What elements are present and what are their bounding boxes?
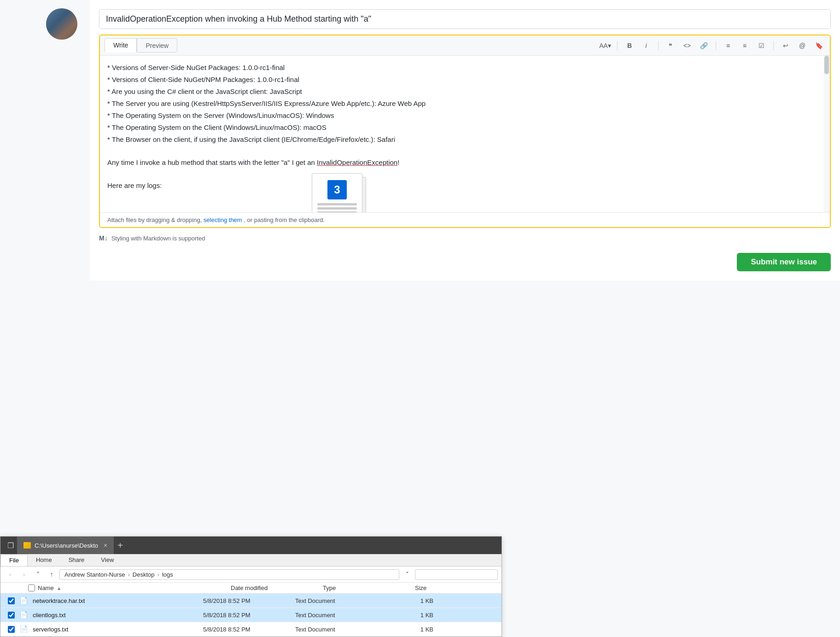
editor-tabs: Write Preview [105,38,177,53]
fe-row-checkbox-3[interactable] [8,626,15,633]
unordered-list-btn[interactable]: ≡ [722,39,735,52]
heading-toolbar-btn[interactable]: AA▾ [599,39,612,52]
fe-date-1: 5/8/2018 8:52 PM [203,597,295,604]
fe-ribbon-tab-view[interactable]: View [93,554,122,566]
toolbar-separator-2 [658,41,659,50]
editor-scrollbar-thumb [824,56,829,74]
col-header-type: Type [323,584,415,591]
editor-footer: Attach files by dragging & dropping, sel… [100,212,830,227]
reply-btn[interactable]: ↩ [779,39,792,52]
fe-date-2: 5/8/2018 8:52 PM [203,612,295,619]
fe-tab-label: C:\Users\anurse\Deskto [35,542,98,549]
fe-filename-1: networktrace.har.txt [33,597,85,604]
fe-breadcrumb: Andrew Stanton-Nurse › Desktop › logs [59,569,399,580]
content-body1: Any time I invoke a hub method that star… [107,157,816,168]
file-explorer: ❐ C:\Users\anurse\Deskto × + File Home S… [0,536,502,637]
reference-btn[interactable]: 🔖 [812,39,825,52]
fe-file-row-3[interactable]: 📄 serverlogs.txt 5/8/2018 8:52 PM Text D… [0,622,502,637]
col-header-name: Name [38,584,54,591]
fe-ribbon-tabs: File Home Share View [0,554,502,566]
fe-row-name-3: 📄 serverlogs.txt [0,625,203,633]
editor-tabs-toolbar: Write Preview AA▾ B i ❝ <> 🔗 ≡ ≡ ☑ ↩ @ 🔖 [100,35,830,56]
breadcrumb-item-1: Andrew Stanton-Nurse [64,571,125,578]
markdown-info: M↓ Styling with Markdown is supported [99,234,831,248]
quote-toolbar-btn[interactable]: ❝ [664,39,677,52]
markdown-label: Styling with Markdown is supported [111,235,205,242]
col-header-date: Date modified [231,584,323,591]
fe-nav-up-btn[interactable]: ↑ [46,568,58,580]
task-list-btn[interactable]: ☑ [755,39,768,52]
fe-file-row-2[interactable]: 📄 clientlogs.txt 5/8/2018 8:52 PM Text D… [0,608,502,622]
fe-file-icon-3: 📄 [19,625,28,633]
file-line-3 [317,211,357,212]
link-toolbar-btn[interactable]: 🔗 [697,39,710,52]
fe-size-1: 1 KB [387,597,443,604]
breadcrumb-item-2: Desktop [133,571,155,578]
italic-toolbar-btn[interactable]: i [640,39,653,52]
editor-body[interactable]: * Versions of Server-Side NuGet Packages… [100,56,830,212]
fe-active-tab[interactable]: C:\Users\anurse\Deskto × [17,537,114,554]
fe-filename-2: clientlogs.txt [33,612,66,619]
fe-filename-3: serverlogs.txt [33,626,68,633]
fe-date-3: 5/8/2018 8:52 PM [203,626,295,633]
fe-nav-back-btn[interactable]: ‹ [4,568,16,580]
fe-tab-copy-icon: ❐ [4,539,17,552]
fe-row-name-1: 📄 networktrace.har.txt [0,596,203,605]
github-issue-area: Write Preview AA▾ B i ❝ <> 🔗 ≡ ≡ ☑ ↩ @ 🔖 [90,0,840,281]
avatar [46,8,77,40]
file-icon-front: 3 [312,173,362,212]
fe-breadcrumb-dropdown-btn[interactable]: ˅ [401,568,413,580]
body-text-1: Any time I invoke a hub method that star… [107,158,317,166]
fe-nav-forward-btn[interactable]: › [18,568,30,580]
submit-button[interactable]: Submit new issue [737,253,831,271]
toolbar-icons: AA▾ B i ❝ <> 🔗 ≡ ≡ ☑ ↩ @ 🔖 [599,39,825,52]
fe-col-name[interactable]: Name ▲ [28,584,231,591]
breadcrumb-item-3: logs [162,571,173,578]
col-header-size: Size [415,584,470,591]
fe-ribbon-tab-home[interactable]: Home [28,554,60,566]
fe-type-3: Text Document [295,626,387,633]
tab-preview[interactable]: Preview [137,38,177,53]
content-line-4: * The Server you are using (Kestrel/Http… [107,98,816,109]
file-line-1 [317,203,357,205]
fe-row-name-2: 📄 clientlogs.txt [0,611,203,619]
fe-search-input[interactable] [415,569,498,580]
fe-select-all-checkbox[interactable] [28,584,35,591]
breadcrumb-sep-2: › [158,571,159,578]
ordered-list-btn[interactable]: ≡ [738,39,751,52]
editor-container: Write Preview AA▾ B i ❝ <> 🔗 ≡ ≡ ☑ ↩ @ 🔖 [99,35,831,228]
exception-text: InvalidOperationException [317,158,397,166]
mention-btn[interactable]: @ [796,39,809,52]
fe-row-checkbox-1[interactable] [8,597,15,604]
fe-size-3: 1 KB [387,626,443,633]
markdown-icon: M↓ [99,234,108,242]
editor-scrollbar[interactable] [823,56,830,212]
fe-folder-icon [23,542,31,549]
selecting-them-link[interactable]: selecting them [204,216,242,223]
toolbar-separator-3 [716,41,716,50]
fe-ribbon-tab-share[interactable]: Share [60,554,93,566]
fe-nav-up-dropdown-btn[interactable]: ˅ [32,568,44,580]
fe-titlebar: ❐ C:\Users\anurse\Deskto × + [0,537,502,554]
fe-row-checkbox-2[interactable] [8,612,15,619]
content-line-3: * Are you using the C# client or the Jav… [107,86,816,97]
bold-toolbar-btn[interactable]: B [623,39,636,52]
fe-tab-close-btn[interactable]: × [104,542,107,549]
fe-sort-arrow: ▲ [57,585,62,591]
issue-title-input[interactable] [99,9,831,29]
content-logs: Here are my logs: [107,180,816,191]
footer-text-2: , or pasting from the clipboard. [244,216,325,223]
content-line-6: * The Operating System on the Client (Wi… [107,122,816,133]
tab-write[interactable]: Write [105,38,137,53]
code-toolbar-btn[interactable]: <> [681,39,694,52]
fe-file-icon-2: 📄 [19,611,28,619]
content-line-1: * Versions of Server-Side NuGet Packages… [107,62,816,73]
file-line-2 [317,207,357,210]
fe-type-1: Text Document [295,597,387,604]
copy-popup: 3 + Copy [312,173,379,212]
copy-popup-files: 3 [312,173,379,212]
fe-ribbon-tab-file[interactable]: File [0,554,28,566]
fe-file-row-1[interactable]: 📄 networktrace.har.txt 5/8/2018 8:52 PM … [0,594,502,608]
toolbar-separator-4 [773,41,774,50]
fe-new-tab-btn[interactable]: + [117,540,123,551]
